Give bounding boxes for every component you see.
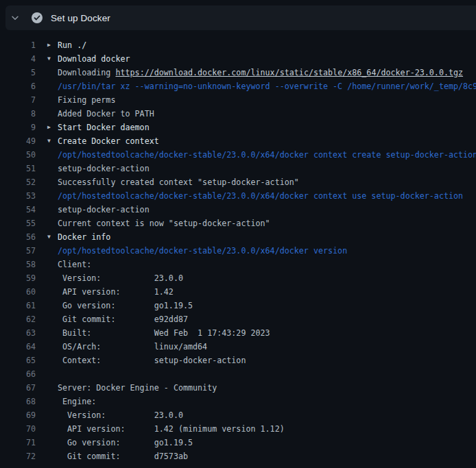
line-number[interactable]: 62 xyxy=(0,312,36,326)
line-number[interactable]: 4 xyxy=(0,52,36,66)
log-line: 65 Context: setup-docker-action xyxy=(0,354,476,367)
line-number[interactable]: 72 xyxy=(0,449,36,463)
line-number[interactable]: 53 xyxy=(0,189,36,203)
log-text: Server: Docker Engine - Community xyxy=(58,381,476,395)
collapsed-arrow-icon[interactable]: ▶ xyxy=(47,121,51,134)
line-number[interactable]: 56 xyxy=(0,230,36,244)
line-number[interactable]: 5 xyxy=(0,66,36,79)
log-text: API version: 1.42 xyxy=(58,285,476,299)
log-group-header[interactable]: 56▼Docker info xyxy=(0,230,476,244)
line-number[interactable]: 55 xyxy=(0,217,36,230)
log-line: 53/opt/hostedtoolcache/docker-stable/23.… xyxy=(0,189,476,203)
log-line: 70 API version: 1.42 (minimum version 1.… xyxy=(0,422,476,436)
log-text: Client: xyxy=(58,258,476,271)
log-group-title: Run ./ xyxy=(58,38,476,52)
log-line: 60 API version: 1.42 xyxy=(0,285,476,299)
line-number[interactable]: 52 xyxy=(0,175,36,189)
log-text: OS/Arch: linux/amd64 xyxy=(58,340,476,354)
log-group-title: Download docker xyxy=(58,52,476,66)
log-line: 63 Built: Wed Feb 1 17:43:29 2023 xyxy=(0,326,476,340)
line-number[interactable]: 7 xyxy=(0,93,36,107)
expanded-arrow-icon[interactable]: ▼ xyxy=(47,52,51,66)
line-number[interactable]: 58 xyxy=(0,258,36,271)
log-text: Successfully created context "setup-dock… xyxy=(58,175,476,189)
log-line: 5Downloading https://download.docker.com… xyxy=(0,66,476,79)
step-header[interactable]: Set up Docker xyxy=(5,5,476,30)
log-text: Context: setup-docker-action xyxy=(58,354,476,367)
log-text: setup-docker-action xyxy=(58,203,476,217)
line-number[interactable]: 8 xyxy=(0,107,36,121)
log-group-header[interactable]: 9▶Start Docker daemon xyxy=(0,121,476,134)
log-line: 68 Engine: xyxy=(0,395,476,408)
line-number[interactable]: 60 xyxy=(0,285,36,299)
line-number[interactable]: 71 xyxy=(0,436,36,449)
log-line: 57/opt/hostedtoolcache/docker-stable/23.… xyxy=(0,244,476,258)
check-circle-icon xyxy=(32,12,43,23)
collapsed-arrow-icon[interactable]: ▶ xyxy=(47,38,51,52)
line-number[interactable]: 63 xyxy=(0,326,36,340)
log-group-title: Start Docker daemon xyxy=(58,121,476,134)
log-line: 67Server: Docker Engine - Community xyxy=(0,381,476,395)
log-command-text: /opt/hostedtoolcache/docker-stable/23.0.… xyxy=(58,244,476,258)
log-line: 71 Go version: go1.19.5 xyxy=(0,436,476,449)
log-text: Version: 23.0.0 xyxy=(58,271,476,285)
log-command-text: /usr/bin/tar xz --warning=no-unknown-key… xyxy=(58,79,476,93)
line-number[interactable]: 65 xyxy=(0,354,36,367)
line-number[interactable]: 66 xyxy=(0,367,36,381)
log-line: 54setup-docker-action xyxy=(0,203,476,217)
log-line: 62 Git commit: e92dd87 xyxy=(0,312,476,326)
log-command-text: /opt/hostedtoolcache/docker-stable/23.0.… xyxy=(58,189,476,203)
log-line: 59 Version: 23.0.0 xyxy=(0,271,476,285)
log-line: 6/usr/bin/tar xz --warning=no-unknown-ke… xyxy=(0,79,476,93)
expanded-arrow-icon[interactable]: ▼ xyxy=(47,134,51,148)
log-group-header[interactable]: 4▼Download docker xyxy=(0,52,476,66)
line-number[interactable]: 67 xyxy=(0,381,36,395)
line-number[interactable]: 6 xyxy=(0,79,36,93)
log-text: Go version: go1.19.5 xyxy=(58,436,476,449)
log-line: 8Added Docker to PATH xyxy=(0,107,476,121)
line-number[interactable]: 69 xyxy=(0,408,36,422)
log-group-header[interactable]: 1▶Run ./ xyxy=(0,38,476,52)
log-line: 69 Version: 23.0.0 xyxy=(0,408,476,422)
log-text: Downloading xyxy=(58,68,115,77)
log-text: setup-docker-action xyxy=(58,162,476,175)
log-line: 72 Git commit: d7573ab xyxy=(0,449,476,463)
chevron-down-icon[interactable] xyxy=(5,13,25,23)
line-number[interactable]: 59 xyxy=(0,271,36,285)
line-number[interactable]: 61 xyxy=(0,299,36,312)
log-line: 7Fixing perms xyxy=(0,93,476,107)
line-number[interactable]: 64 xyxy=(0,340,36,354)
line-number[interactable]: 50 xyxy=(0,148,36,162)
line-number[interactable]: 70 xyxy=(0,422,36,436)
line-number[interactable]: 1 xyxy=(0,38,36,52)
log-line: 55Current context is now "setup-docker-a… xyxy=(0,217,476,230)
log-text: Fixing perms xyxy=(58,93,476,107)
line-number[interactable]: 68 xyxy=(0,395,36,408)
line-number[interactable]: 51 xyxy=(0,162,36,175)
log-text: Downloading https://download.docker.com/… xyxy=(58,66,476,79)
log-text: Built: Wed Feb 1 17:43:29 2023 xyxy=(58,326,476,340)
step-title: Set up Docker xyxy=(51,13,110,23)
log-text: Go version: go1.19.5 xyxy=(58,299,476,312)
log-group-title: Create Docker context xyxy=(58,134,476,148)
log-line: 64 OS/Arch: linux/amd64 xyxy=(0,340,476,354)
log-line: 52Successfully created context "setup-do… xyxy=(0,175,476,189)
log-text: API version: 1.42 (minimum version 1.12) xyxy=(58,422,476,436)
log-line: 50/opt/hostedtoolcache/docker-stable/23.… xyxy=(0,148,476,162)
line-number[interactable]: 57 xyxy=(0,244,36,258)
expanded-arrow-icon[interactable]: ▼ xyxy=(47,230,51,244)
line-number[interactable]: 49 xyxy=(0,134,36,148)
download-url-link[interactable]: https://download.docker.com/linux/static… xyxy=(115,68,463,77)
log-text: Git commit: e92dd87 xyxy=(58,312,476,326)
log-line: 51setup-docker-action xyxy=(0,162,476,175)
log-group-title: Docker info xyxy=(58,230,476,244)
log-group-header[interactable]: 49▼Create Docker context xyxy=(0,134,476,148)
log-text: Engine: xyxy=(58,395,476,408)
line-number[interactable]: 9 xyxy=(0,121,36,134)
log-text: Added Docker to PATH xyxy=(58,107,476,121)
line-number[interactable]: 54 xyxy=(0,203,36,217)
log-area: 1▶Run ./4▼Download docker5Downloading ht… xyxy=(0,30,476,468)
log-text: Version: 23.0.0 xyxy=(58,408,476,422)
log-line: 61 Go version: go1.19.5 xyxy=(0,299,476,312)
log-text: Git commit: d7573ab xyxy=(58,449,476,463)
